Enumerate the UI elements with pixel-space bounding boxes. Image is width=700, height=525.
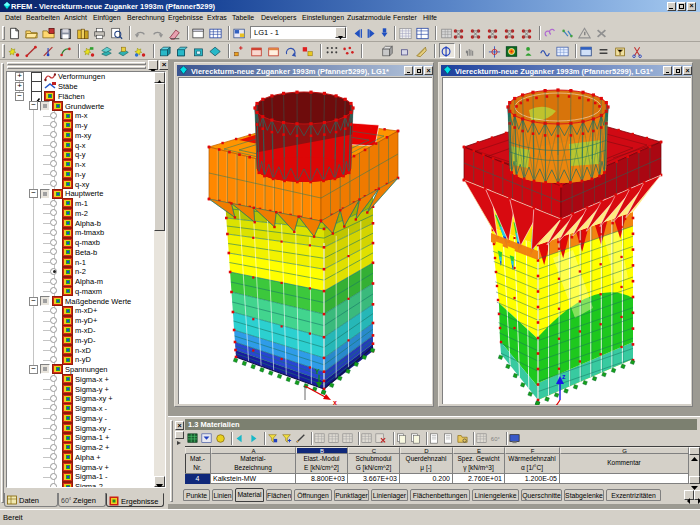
svg-text:Y: Y [315, 368, 320, 375]
svg-text:60°: 60° [61, 497, 71, 504]
svg-text:60°: 60° [491, 436, 500, 442]
svg-text:x: x [333, 399, 337, 405]
svg-text:z: z [562, 373, 566, 380]
